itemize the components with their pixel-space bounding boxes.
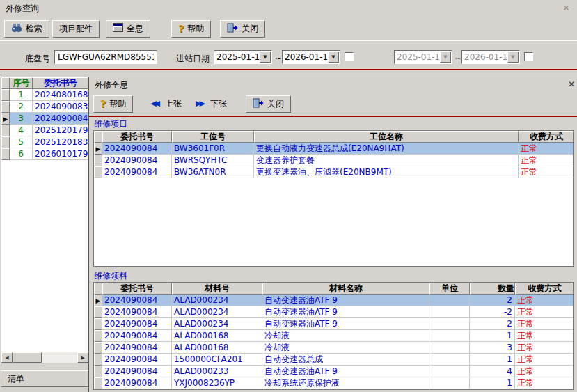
orders-hscrollbar[interactable]: ◀ ▶ [1, 352, 88, 363]
cell-qty: -2 [470, 306, 515, 318]
detail-close-button[interactable]: 关闭 [246, 95, 291, 113]
column-header-station[interactable]: 工位号 [172, 131, 254, 143]
help-icon: ? [100, 99, 106, 109]
cell-order: 2026010179 [33, 148, 88, 160]
column-header-charge[interactable]: 收费方式 [519, 131, 574, 143]
column-header-material[interactable]: 材料号 [172, 283, 262, 295]
table-row[interactable]: 2024090084ALAD000234自动变速器油ATF 9-2正常 [94, 306, 573, 318]
table-row[interactable]: 2024090084ALAD000233自动变速器油ATF 94正常 [94, 366, 573, 377]
cell-material: ALAD000233 [172, 366, 262, 377]
column-header-order[interactable]: 委托书号 [33, 77, 88, 89]
table-row[interactable]: ▶2024090084BW3601F0R更换自动液力变速器总成(E20NA9HA… [94, 143, 573, 155]
close-icon[interactable]: ✕ [562, 3, 570, 13]
table-row[interactable]: 62026010179 [1, 148, 88, 160]
table-row[interactable]: 2024090084BWRSQYHTC变速器养护套餐正常 [94, 155, 573, 166]
entry-date-to-combo[interactable]: 2026-01-19 ▼ [282, 50, 340, 64]
cell-charge: 正常 [515, 377, 574, 389]
table-row[interactable]: 2024090084ALAD000168冷却液3正常 [94, 342, 573, 354]
cell-qty: 1 [470, 377, 515, 389]
second-date-to-combo[interactable]: 2026-01-19 ▼ [461, 50, 520, 64]
close-icon[interactable]: ✕ [568, 79, 575, 89]
detail-help-label: 帮助 [109, 96, 126, 112]
detail-close-label: 关闭 [267, 96, 284, 112]
next-record-button[interactable]: ▶▶ 下张 [189, 95, 233, 113]
help-button[interactable]: ? 帮助 [171, 20, 211, 38]
cell-order: 2024090084 [102, 166, 172, 178]
list-button[interactable]: 清单 [1, 370, 88, 387]
cell-material_name: 自动变速器总成 [262, 354, 429, 366]
second-date-checkbox[interactable] [524, 52, 533, 61]
table-row[interactable]: ▶2024090084ALAD000234自动变速器油ATF 92正常 [94, 295, 573, 306]
cell-order: 2024080168 [33, 89, 88, 101]
chevron-down-icon[interactable]: ▼ [260, 52, 271, 63]
scroll-left-icon[interactable]: ◀ [1, 352, 13, 363]
table-row[interactable]: ▶32024090084 [1, 113, 88, 125]
cell-station_name: 更换变速器油、压滤器(E20NB9MT) [254, 166, 519, 178]
cell-charge: 正常 [515, 354, 574, 366]
search-button[interactable]: 检索 [4, 20, 49, 38]
project-parts-label: 项目配件 [59, 21, 93, 37]
table-row[interactable]: 2024090084YXJ0008236YP冷却系统还原保护液1正常 [94, 377, 573, 389]
project-parts-button[interactable]: 项目配件 [52, 20, 100, 38]
row-selector-gutter: ▶ [94, 295, 102, 306]
column-header-qty[interactable]: 数量 [470, 283, 515, 295]
column-header-charge[interactable]: 收费方式 [515, 283, 574, 295]
cell-no: 6 [10, 148, 33, 160]
cell-charge: 正常 [519, 143, 574, 155]
list-button-label: 清单 [8, 373, 24, 385]
table-row[interactable]: 2024090084BW36ATN0R更换变速器油、压滤器(E20NB9MT)正… [94, 166, 573, 178]
binoculars-icon [11, 23, 22, 35]
table-row[interactable]: 42025120179 [1, 125, 88, 136]
close-window-button[interactable]: 关闭 [220, 20, 265, 38]
table-row[interactable]: 20240900841500000CFA201自动变速器总成1正常 [94, 354, 573, 366]
cell-no: 1 [10, 89, 33, 101]
cell-order: 2024090084 [102, 342, 172, 354]
table-row[interactable]: 22024090083 [1, 101, 88, 113]
table-row[interactable]: 52025120183 [1, 136, 88, 148]
detail-help-button[interactable]: ? 帮助 [93, 95, 133, 113]
header-gutter [94, 131, 102, 143]
chevron-down-icon[interactable]: ▼ [507, 52, 519, 63]
cell-material_name: 自动变速器油ATF 9 [262, 318, 429, 330]
cell-unit [429, 330, 470, 342]
column-header-material-name[interactable]: 材料名称 [262, 283, 429, 295]
row-selector-gutter [94, 377, 102, 389]
cell-order: 2024090084 [102, 330, 172, 342]
column-header-no[interactable]: 序号 [10, 77, 33, 89]
cell-material_name: 冷却系统还原保护液 [262, 377, 429, 389]
table-row[interactable]: 2024090084ALAD000234自动变速器油ATF 92正常 [94, 318, 573, 330]
cell-unit [429, 342, 470, 354]
entry-date-from-combo[interactable]: 2025-01-19 ▼ [214, 50, 272, 64]
cell-qty: 2 [470, 295, 515, 306]
column-header-unit[interactable]: 单位 [429, 283, 470, 295]
cell-charge: 正常 [519, 155, 574, 166]
cell-qty: 3 [470, 342, 515, 354]
row-selector-gutter [94, 318, 102, 330]
cell-order: 2024090084 [102, 354, 172, 366]
table-row[interactable]: 2024090084ALAD000168冷却液1正常 [94, 330, 573, 342]
table-row[interactable]: 12024080168 [1, 89, 88, 101]
chevron-down-icon[interactable]: ▼ [440, 52, 451, 63]
second-date-from-combo[interactable]: 2025-01-19 ▼ [394, 50, 452, 64]
cell-unit [429, 366, 470, 377]
full-info-button[interactable]: 全息 [106, 20, 150, 38]
scroll-track[interactable] [13, 352, 77, 363]
orders-table: 序号 委托书号 1202408016822024090083▶320240900… [1, 77, 89, 363]
form-grid-icon [113, 23, 123, 34]
cell-order: 2024090084 [102, 155, 172, 166]
close-window-label: 关闭 [242, 21, 258, 37]
prev-record-button[interactable]: ◀◀ 上张 [144, 95, 188, 113]
cell-qty: 2 [470, 318, 515, 330]
scroll-thumb[interactable] [13, 352, 42, 363]
chassis-input[interactable] [54, 50, 157, 64]
chevron-down-icon[interactable]: ▼ [328, 52, 339, 63]
entry-date-checkbox[interactable] [345, 52, 354, 61]
detail-toolbar: ? 帮助 ◀◀ 上张 ▶▶ 下张 关闭 [93, 94, 291, 113]
column-header-order[interactable]: 委托书号 [102, 131, 172, 143]
cell-qty: 4 [470, 366, 515, 377]
cell-order: 2024090084 [102, 295, 172, 306]
row-selector-gutter: ▶ [1, 113, 10, 125]
column-header-station-name[interactable]: 工位名称 [254, 131, 519, 143]
scroll-right-icon[interactable]: ▶ [77, 352, 88, 363]
column-header-order[interactable]: 委托书号 [102, 283, 172, 295]
